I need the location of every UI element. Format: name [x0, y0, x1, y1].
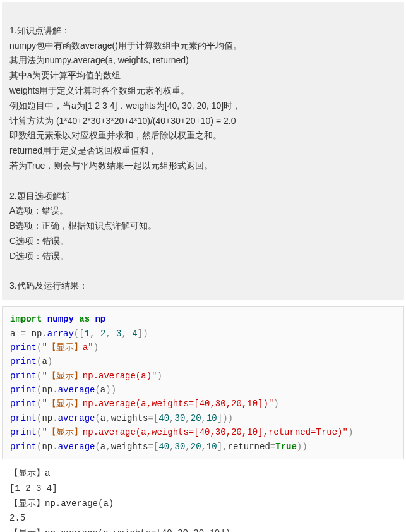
op-rpar: ): [93, 342, 99, 353]
op-rpar: ): [302, 442, 307, 452]
op-comma: ,: [201, 442, 206, 452]
code-line: print(np.average(a,weights=[40,30,20,10]…: [10, 442, 307, 452]
str-quote: ": [42, 399, 47, 409]
var-a: a: [100, 413, 105, 423]
num: 4: [132, 329, 137, 339]
fn-print: print: [10, 413, 37, 423]
output-line: 【显示】a: [9, 468, 50, 478]
num: 3: [116, 329, 121, 339]
var-a: a: [10, 329, 15, 339]
op-rpar: ): [273, 399, 278, 409]
explanation-line: 1.知识点讲解：: [9, 25, 70, 35]
str-quote: ": [88, 342, 93, 353]
op-dot: .: [52, 385, 57, 395]
op-comma: ,: [169, 442, 174, 452]
var-a: a: [42, 356, 47, 366]
op-comma: ,: [90, 329, 95, 339]
op-dot: .: [52, 413, 57, 423]
mod-np: np: [95, 314, 105, 324]
explanation-line: 例如题目中，当a为[1 2 3 4]，weights为[40, 30, 20, …: [9, 100, 241, 111]
fn-print: print: [10, 356, 37, 366]
op-rbrk: ]: [217, 413, 222, 423]
explanation-line: B选项：正确，根据知识点详解可知。: [9, 221, 157, 231]
explanation-line: D选项：错误。: [9, 251, 69, 261]
str-quote: ": [42, 342, 47, 353]
fn-print: print: [10, 442, 37, 452]
num: 30: [175, 442, 186, 452]
fn-print: print: [10, 399, 37, 409]
display-marker: 【显示】: [47, 427, 83, 437]
str-text: np.average(a): [83, 371, 152, 381]
op-lpar: (: [95, 413, 100, 423]
output-line: 【显示】np.average(a): [9, 499, 114, 509]
fn-average: average: [58, 442, 95, 452]
num: 30: [175, 413, 186, 423]
op-rpar: ): [143, 329, 148, 339]
explanation-line: 其用法为numpy.average(a, weights, returned): [9, 55, 189, 65]
fn-print: print: [10, 371, 37, 381]
code-line: print("【显示】np.average(a,weights=[40,30,2…: [10, 427, 353, 437]
code-line: print(a): [10, 356, 52, 366]
code-panel: import numpy as np a = np.array([1, 2, 3…: [2, 306, 404, 459]
arg-returned: returned: [228, 442, 270, 452]
num: 20: [191, 442, 201, 452]
code-line: print("【显示】a"): [10, 342, 99, 353]
explanation-line: A选项：错误。: [9, 205, 68, 215]
str-text: np.average(a,weights=[40,30,20,10],retur…: [83, 427, 343, 437]
fn-print: print: [10, 427, 37, 437]
var-a: a: [100, 385, 105, 395]
str-quote: ": [42, 371, 47, 381]
kw-true: True: [275, 442, 297, 452]
explanation-line: 其中a为要计算平均值的数组: [9, 70, 121, 80]
kw-import: import: [10, 314, 42, 324]
op-comma: ,: [105, 442, 110, 452]
var-a: a: [100, 442, 105, 452]
str-quote: ": [42, 427, 47, 437]
explanation-line: 计算方法为 (1*40+2*30+3*20+4*10)/(40+30+20+10…: [9, 116, 236, 126]
explanation-line: 即数组元素乘以对应权重并求和，然后除以权重之和。: [9, 130, 222, 140]
op-comma: ,: [201, 413, 206, 423]
arg-weights: weights: [111, 413, 148, 423]
code-line: print("【显示】np.average(a,weights=[40,30,2…: [10, 399, 279, 409]
code-line: import numpy as np: [10, 314, 105, 324]
fn-average: average: [58, 413, 95, 423]
op-dot: .: [52, 442, 57, 452]
ref-np: np: [42, 385, 52, 395]
op-rpar: ): [157, 371, 162, 381]
op-comma: ,: [222, 442, 227, 452]
op-rpar: ): [105, 385, 110, 395]
explanation-line: numpy包中有函数average()用于计算数组中元素的平均值。: [9, 40, 242, 51]
fn-average: average: [58, 385, 95, 395]
output-line: 2.5: [9, 513, 25, 523]
num: 20: [191, 413, 201, 423]
explanation-line: C选项：错误。: [9, 236, 69, 246]
explanation-line: 2.题目选项解析: [9, 191, 70, 201]
op-comma: ,: [169, 413, 174, 423]
code-line: print("【显示】np.average(a)"): [10, 371, 162, 381]
op-lbrk: [: [79, 329, 84, 339]
display-marker: 【显示】: [47, 399, 83, 409]
op-eq: =: [148, 413, 153, 423]
num: 40: [158, 413, 169, 423]
explanation-line: 若为True，则会与平均数结果一起以元组形式返回。: [9, 160, 213, 171]
output-panel: 【显示】a [1 2 3 4] 【显示】np.average(a) 2.5 【显…: [2, 461, 404, 532]
op-eq: =: [148, 442, 153, 452]
output-line: 【显示】np.average(a,weights=[40,30,20,10]): [9, 528, 230, 532]
code-line: print(np.average(a)): [10, 385, 116, 395]
op-rbrk: ]: [138, 329, 143, 339]
op-comma: ,: [185, 442, 190, 452]
op-rpar: ): [111, 385, 116, 395]
op-rpar: ): [47, 356, 52, 366]
op-dot: .: [42, 329, 47, 339]
display-marker: 【显示】: [47, 371, 83, 381]
mod-numpy: numpy: [47, 314, 74, 324]
ref-np: np: [42, 442, 52, 452]
explanation-line: 3.代码及运行结果：: [9, 281, 88, 291]
op-rpar: ): [228, 413, 233, 423]
num: 1: [85, 329, 90, 339]
fn-print: print: [10, 385, 37, 395]
op-comma: ,: [122, 329, 127, 339]
str-quote: ": [343, 427, 348, 437]
op-eq: =: [270, 442, 275, 452]
display-marker: 【显示】: [47, 342, 83, 353]
